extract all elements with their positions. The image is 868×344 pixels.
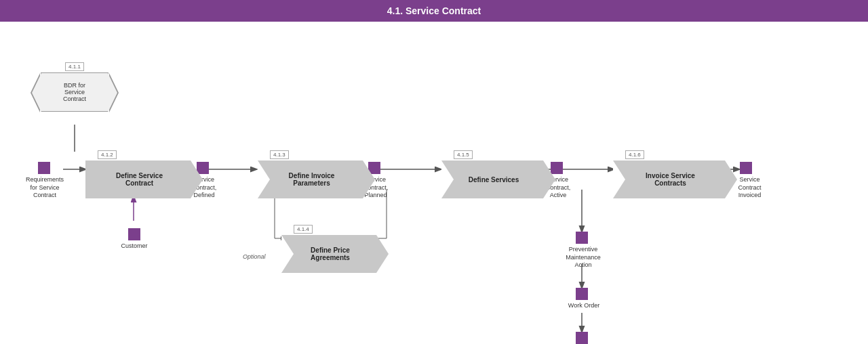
- process-id-4-1-3: 4.1.3: [270, 150, 289, 159]
- start-node: [38, 162, 50, 174]
- bdr-id-badge: 4.1.1: [65, 62, 84, 71]
- optional-label: Optional: [243, 253, 266, 260]
- preventive-maintenance-node: [576, 232, 588, 244]
- bdr-label: BDR for Service Contract: [63, 82, 86, 102]
- process-define-price-agreements: 4.1.4 Define PriceAgreements: [281, 221, 376, 273]
- data-sq-4: [740, 162, 752, 174]
- process-invoice-service-contracts: 4.1.6 Invoice ServiceContracts: [613, 147, 725, 198]
- preventive-maintenance-label: PreventiveMaintenanceAction: [556, 246, 610, 270]
- process-define-service-contract: 4.1.2 Define ServiceContract: [85, 147, 191, 198]
- bdr-hexagon: 4.1.1 BDR for Service Contract: [41, 59, 108, 112]
- diagram-area: 4.1.1 BDR for Service Contract Requireme…: [0, 22, 868, 341]
- page-title: 4.1. Service Contract: [387, 5, 481, 16]
- process-define-services: 4.1.5 Define Services: [441, 147, 543, 198]
- title-bar: 4.1. Service Contract: [0, 0, 868, 22]
- customer-node: [128, 228, 140, 240]
- start-node-label: Requirements for Service Contract: [19, 176, 71, 200]
- process-define-invoice-params: 4.1.3 Define InvoiceParameters: [258, 147, 363, 198]
- process-id-4-1-5: 4.1.5: [454, 150, 473, 159]
- data-sq-2-label: ServiceContract,Planned: [356, 176, 395, 200]
- customer-label: Customer: [113, 242, 155, 251]
- work-order-label: Work Order: [567, 302, 601, 310]
- process-id-4-1-6: 4.1.6: [625, 150, 644, 159]
- work-order-node: [576, 288, 588, 300]
- process-id-4-1-4: 4.1.4: [294, 225, 313, 234]
- work-task-node: [576, 332, 588, 344]
- process-id-4-1-2: 4.1.2: [98, 150, 117, 159]
